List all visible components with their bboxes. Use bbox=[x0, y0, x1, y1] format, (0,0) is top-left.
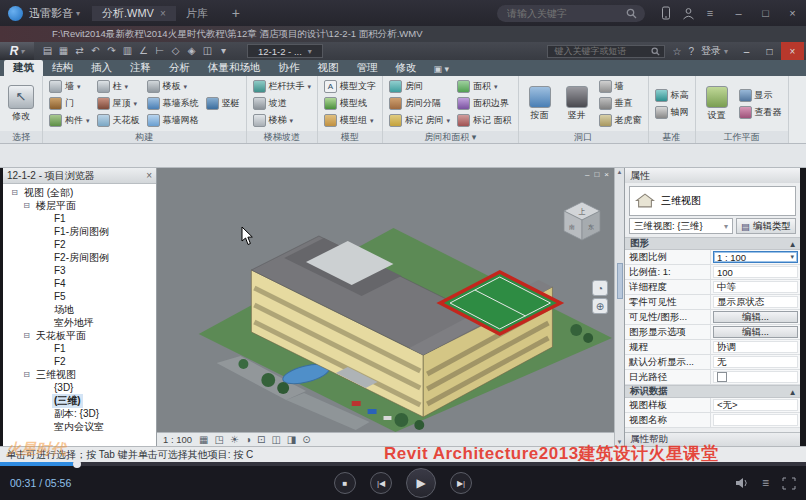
edit-type-button[interactable]: ▤ 编辑类型 bbox=[736, 218, 796, 234]
view-minimize-icon[interactable]: – bbox=[585, 170, 589, 179]
ribbon-tab[interactable]: 管理 bbox=[348, 60, 387, 76]
tree-expand-icon[interactable]: ⊟ bbox=[10, 188, 19, 197]
tag-icon[interactable]: ◇ bbox=[168, 42, 183, 60]
search-icon[interactable] bbox=[626, 8, 637, 19]
room-separator-button[interactable]: 房间分隔 bbox=[387, 95, 452, 112]
area-boundary-button[interactable]: 面积边界 bbox=[455, 95, 514, 112]
property-row[interactable]: 视图名称 bbox=[625, 413, 800, 428]
collapse-icon[interactable]: ▴ bbox=[790, 386, 795, 397]
help-icon[interactable]: ? bbox=[688, 46, 694, 57]
user-icon[interactable] bbox=[677, 0, 699, 26]
shadows-icon[interactable]: ◑ bbox=[245, 434, 251, 445]
scroll-up-icon[interactable]: ▲ bbox=[617, 169, 623, 175]
print-icon[interactable]: ▥ bbox=[120, 42, 135, 60]
ribbon-tab[interactable]: 注释 bbox=[121, 60, 160, 76]
tree-item[interactable]: F1 bbox=[3, 212, 156, 225]
ribbon-tab[interactable]: 体量和场地 bbox=[199, 60, 270, 76]
component-button[interactable]: 构件▾ bbox=[47, 112, 92, 129]
revit-maximize-button[interactable]: □ bbox=[758, 42, 781, 60]
property-row[interactable]: 默认分析显示... 无 bbox=[625, 355, 800, 370]
modify-button[interactable]: ↖ 修改 bbox=[4, 85, 38, 121]
tree-expand-icon[interactable]: ⊟ bbox=[22, 201, 31, 210]
scrollbar-thumb[interactable] bbox=[617, 263, 623, 299]
playlist-icon[interactable]: ≡ bbox=[762, 476, 769, 490]
measure-icon[interactable]: ∠ bbox=[136, 42, 151, 60]
temporary-hide-icon[interactable]: ◨ bbox=[287, 434, 296, 445]
tree-expand-icon[interactable]: ⊟ bbox=[22, 331, 31, 340]
door-button[interactable]: 门 bbox=[47, 95, 92, 112]
viewcube[interactable]: 上 南 东 bbox=[560, 198, 604, 244]
zoom-tool-icon[interactable]: ⊕ bbox=[592, 298, 608, 314]
model-group-button[interactable]: 模型组▾ bbox=[322, 112, 378, 129]
main-menu-icon[interactable]: ≡ bbox=[699, 0, 721, 26]
shaft-button[interactable]: 竖井 bbox=[560, 86, 594, 120]
tree-expand-icon[interactable]: ⊟ bbox=[22, 370, 31, 379]
application-menu-button[interactable]: R ▾ bbox=[0, 42, 34, 60]
section-graphics[interactable]: 图形 ▴ bbox=[625, 237, 800, 250]
player-logo-icon[interactable] bbox=[8, 6, 23, 21]
property-row[interactable]: 日光路径 bbox=[625, 370, 800, 385]
save-icon[interactable]: ▦ bbox=[56, 42, 71, 60]
property-row[interactable]: 视图比例 1 : 100 bbox=[625, 250, 800, 265]
3d-model-view[interactable] bbox=[157, 168, 614, 432]
tree-item[interactable]: ⊟ 视图 (全部) bbox=[3, 186, 156, 199]
help-search-input[interactable] bbox=[552, 45, 647, 57]
opening-by-face-button[interactable]: 按面 bbox=[523, 86, 557, 120]
curtain-grid-button[interactable]: 幕墙网格 bbox=[145, 112, 201, 129]
seek-handle[interactable] bbox=[73, 460, 81, 468]
model-line-button[interactable]: 模型线 bbox=[322, 95, 378, 112]
floor-button[interactable]: 楼板▾ bbox=[145, 78, 201, 95]
tag-room-button[interactable]: 标记 房间▾ bbox=[387, 112, 452, 129]
qat-dropdown-icon[interactable]: ▾ bbox=[216, 42, 231, 60]
mullion-button[interactable]: 竖梃 bbox=[204, 95, 242, 112]
ribbon-tab[interactable]: 插入 bbox=[82, 60, 121, 76]
tree-item[interactable]: ⊟ 楼层平面 bbox=[3, 199, 156, 212]
tree-item[interactable]: F4 bbox=[3, 277, 156, 290]
ribbon-tab[interactable]: 协作 bbox=[270, 60, 309, 76]
viewer-button[interactable]: 查看器 bbox=[737, 104, 784, 121]
collapse-icon[interactable]: ▴ bbox=[790, 238, 795, 249]
crop-region-icon[interactable]: ⊡ bbox=[257, 434, 265, 445]
sync-icon[interactable]: ⇄ bbox=[72, 42, 87, 60]
room-button[interactable]: 房间 bbox=[387, 78, 452, 95]
type-dropdown[interactable]: 三维视图: {三维} ▾ bbox=[629, 218, 733, 234]
level-button[interactable]: 标高 bbox=[653, 87, 691, 104]
grid-button[interactable]: 轴网 bbox=[653, 104, 691, 121]
ribbon-tab[interactable]: 修改 bbox=[387, 60, 426, 76]
volume-icon[interactable] bbox=[735, 477, 749, 489]
project-browser-close-icon[interactable]: × bbox=[146, 170, 152, 181]
redo-icon[interactable]: ↷ bbox=[104, 42, 119, 60]
roof-button[interactable]: 屋顶▾ bbox=[95, 95, 142, 112]
tab-close-icon[interactable]: × bbox=[160, 8, 166, 19]
ribbon-tab[interactable]: 建筑 bbox=[4, 60, 43, 76]
scale-label[interactable]: 1 : 100 bbox=[163, 434, 192, 445]
player-search-input[interactable] bbox=[505, 7, 621, 20]
phone-icon[interactable] bbox=[655, 0, 677, 26]
type-selector[interactable]: 三维视图 bbox=[629, 186, 796, 216]
property-row[interactable]: 详细程度 中等 bbox=[625, 280, 800, 295]
curtain-system-button[interactable]: 幕墙系统 bbox=[145, 95, 201, 112]
tree-item[interactable]: F2 bbox=[3, 238, 156, 251]
property-row[interactable]: 图形显示选项 编辑... bbox=[625, 325, 800, 340]
view-restore-icon[interactable]: □ bbox=[594, 170, 599, 179]
player-minimize-button[interactable]: – bbox=[725, 0, 752, 26]
column-button[interactable]: 柱▾ bbox=[95, 78, 142, 95]
player-tab[interactable]: 片库 bbox=[176, 6, 224, 21]
undo-icon[interactable]: ↶ bbox=[88, 42, 103, 60]
search-icon[interactable] bbox=[651, 47, 660, 56]
property-row[interactable]: 零件可见性 显示原状态 bbox=[625, 295, 800, 310]
player-close-button[interactable]: × bbox=[779, 0, 806, 26]
ribbon-tab[interactable]: 视图 bbox=[309, 60, 348, 76]
ramp-button[interactable]: 坡道 bbox=[251, 95, 314, 112]
new-tab-button[interactable]: + bbox=[224, 0, 248, 26]
detail-level-icon[interactable]: ▦ bbox=[199, 434, 208, 445]
stop-button[interactable]: ■ bbox=[334, 472, 356, 494]
dimension-icon[interactable]: ⊢ bbox=[152, 42, 167, 60]
tree-item[interactable]: F2 bbox=[3, 355, 156, 368]
ceiling-button[interactable]: 天花板 bbox=[95, 112, 142, 129]
wall-button[interactable]: 墙▾ bbox=[47, 78, 92, 95]
navigation-wheel-icon[interactable]: ◔ bbox=[592, 280, 608, 296]
doc-title-dropdown-icon[interactable]: ▾ bbox=[308, 45, 312, 58]
tree-item[interactable]: (三维) bbox=[3, 394, 156, 407]
dormer-button[interactable]: 老虎窗 bbox=[597, 112, 644, 129]
